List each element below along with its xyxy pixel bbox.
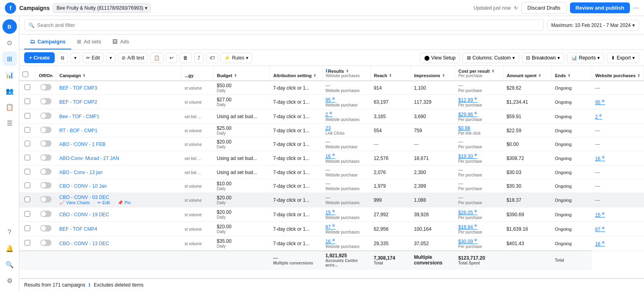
row-checkbox[interactable] [25, 211, 30, 217]
delete-button[interactable]: 🗑 [180, 53, 192, 63]
breakdown-button[interactable]: ⊟ Breakdown ▾ [522, 53, 564, 63]
select-all-checkbox[interactable] [23, 72, 28, 77]
tab-campaigns[interactable]: 🗂 Campaigns [24, 35, 71, 49]
campaign-toggle[interactable] [40, 98, 52, 105]
results-value[interactable]: 23 [325, 125, 330, 131]
wp-value[interactable]: 2 ⊕ [595, 114, 602, 120]
row-checkbox[interactable] [25, 225, 30, 231]
col-website-purchases[interactable]: Website purchases⇕ [592, 66, 644, 81]
account-selector[interactable]: Bee Fruity & Nutty (811178/9293/76993) ▾ [53, 3, 151, 13]
tab-ads[interactable]: 🖼 Ads [107, 35, 134, 49]
sidebar-icon-billing[interactable]: 📋 [2, 100, 17, 114]
row-checkbox[interactable] [25, 169, 30, 174]
results-value[interactable]: 16 ⊕ [325, 239, 335, 244]
search-input-wrap[interactable]: 🔍 [24, 19, 544, 31]
col-results[interactable]: ℹ Results ⇕ Website purchases [322, 66, 370, 81]
row-checkbox[interactable] [25, 240, 30, 246]
campaign-toggle[interactable] [40, 196, 52, 203]
col-cost-per-result[interactable]: Cost per result⇕ Per purchase [455, 66, 503, 81]
row-checkbox[interactable] [25, 98, 30, 104]
pin-action[interactable]: 📌 Pin [118, 200, 131, 205]
campaign-link[interactable]: ABO - Conv - 13 jan [59, 170, 102, 175]
tag-button[interactable]: 🏷 [206, 53, 218, 63]
campaign-link[interactable]: ABO-Conv- Murad - 27 JAN [59, 156, 119, 161]
sidebar-icon-help[interactable]: ? [2, 225, 17, 240]
sidebar-icon-home[interactable]: ⊙ [2, 35, 17, 50]
campaign-toggle[interactable] [40, 113, 52, 119]
col-amount-spent[interactable]: Amount spent⇕ [503, 66, 551, 81]
export-button[interactable]: ⬇ Export ▾ [607, 53, 639, 63]
wp-value[interactable]: 87 ⊕ [595, 227, 605, 232]
campaign-toggle[interactable] [40, 211, 52, 217]
row-checkbox[interactable] [25, 182, 30, 188]
cost-value[interactable]: $0.98 [458, 125, 470, 131]
refresh-icon[interactable]: ↻ [514, 5, 518, 11]
review-publish-button[interactable]: Review and publish [570, 2, 630, 13]
edit-action[interactable]: ✏ Edit [97, 200, 110, 205]
search-input[interactable] [37, 22, 539, 28]
campaign-toggle[interactable] [40, 182, 52, 189]
cost-value[interactable]: $12.99 ⊕ [458, 97, 477, 103]
campaign-link[interactable]: BEF - TOF CMP3 [59, 85, 97, 91]
results-value[interactable]: 87 ⊕ [325, 224, 335, 230]
more-options-button[interactable]: ··· [633, 4, 639, 12]
cost-value[interactable]: $30.09 ⊕ [458, 239, 477, 244]
date-range-selector[interactable]: Maximum: 10 Feb 2021 - 7 Mar 2024 ▾ [547, 20, 639, 31]
wp-value[interactable]: 95 ⊕ [595, 100, 605, 105]
wp-value[interactable]: 16 ⊕ [595, 241, 605, 247]
sidebar-icon-campaigns[interactable]: ⊞ [2, 51, 17, 66]
view-setup-button[interactable]: ⬤ View Setup [420, 53, 460, 63]
tab-adsets[interactable]: ⊞ Ad sets [71, 35, 107, 49]
wp-value[interactable]: 16 ⊕ [595, 156, 605, 162]
col-impressions[interactable]: Impressions⇕ [411, 66, 455, 81]
col-ends[interactable]: Ends⇕ [551, 66, 592, 81]
results-value[interactable]: 15 ⊕ [325, 210, 335, 215]
row-checkbox[interactable] [25, 141, 30, 146]
row-checkbox[interactable] [25, 113, 30, 119]
sidebar-icon-list[interactable]: ☰ [2, 116, 17, 130]
campaign-toggle[interactable] [40, 240, 52, 246]
results-value[interactable]: 2 ⊕ [325, 112, 332, 117]
wp-value[interactable]: 15 ⊕ [595, 212, 605, 218]
campaign-link[interactable]: CBO - CONV - 13 DEC [59, 241, 109, 246]
discard-drafts-button[interactable]: Discard Drafts [521, 2, 566, 14]
campaign-link[interactable]: BEF - TOF CMP2 [59, 99, 97, 105]
col-reach[interactable]: Reach⇕ [370, 66, 411, 81]
sidebar-icon-settings[interactable]: ⚙ [2, 273, 17, 288]
campaign-toggle[interactable] [40, 140, 52, 147]
campaign-toggle[interactable] [40, 84, 52, 90]
row-checkbox[interactable] [25, 127, 30, 133]
cost-value[interactable]: $18.84 ⊕ [458, 224, 477, 230]
user-avatar[interactable]: B [2, 19, 17, 34]
columns-button[interactable]: ⊞ Columns: Custom ▾ [462, 53, 519, 63]
footer-info-icon[interactable]: ℹ [89, 282, 91, 288]
campaign-link[interactable]: CBO - CONV - 19 DEC [59, 212, 109, 217]
cost-value[interactable]: $26.05 ⊕ [458, 210, 477, 215]
sidebar-icon-notifications[interactable]: 🔔 [2, 241, 17, 256]
edit-dropdown-button[interactable]: ▾ [106, 53, 116, 63]
col-campaign[interactable]: Campaign⇕ [56, 66, 181, 81]
copy-button[interactable]: 📋 [150, 53, 163, 63]
edit-button[interactable]: ✏ Edit [83, 53, 104, 63]
campaign-toggle[interactable] [40, 168, 52, 175]
campaign-toggle[interactable] [40, 154, 52, 161]
cost-value[interactable]: $19.30 ⊕ [458, 154, 477, 159]
reports-button[interactable]: 📊 Reports ▾ [567, 53, 604, 63]
dropdown-duplicate-button[interactable]: ▾ [70, 53, 80, 63]
results-value[interactable]: 16 ⊕ [325, 154, 335, 159]
campaign-link[interactable]: Bee - TOF - CMP1 [59, 114, 99, 119]
sidebar-icon-audience[interactable]: 👥 [2, 84, 17, 98]
view-charts-action[interactable]: 📈 View Charts [59, 200, 90, 205]
move-button[interactable]: ⤴ [194, 53, 204, 63]
col-attribution[interactable]: Attribution setting⇕ [270, 66, 322, 81]
undo-button[interactable]: ↩ [166, 53, 177, 63]
col-budget[interactable]: Budget⇕ [213, 66, 270, 81]
cost-value[interactable]: $29.96 ⊕ [458, 112, 477, 117]
campaign-toggle[interactable] [40, 127, 52, 133]
rules-button[interactable]: ⚡ Rules ▾ [221, 53, 252, 63]
campaign-link[interactable]: ABO - CONV - 1 FEB [59, 141, 105, 147]
results-value[interactable]: 95 ⊕ [325, 97, 335, 103]
sidebar-icon-reports[interactable]: 📊 [2, 68, 17, 82]
campaign-link[interactable]: BEF - TOF CMP4 [59, 226, 97, 232]
duplicate-button[interactable]: ⧉ [57, 53, 68, 63]
